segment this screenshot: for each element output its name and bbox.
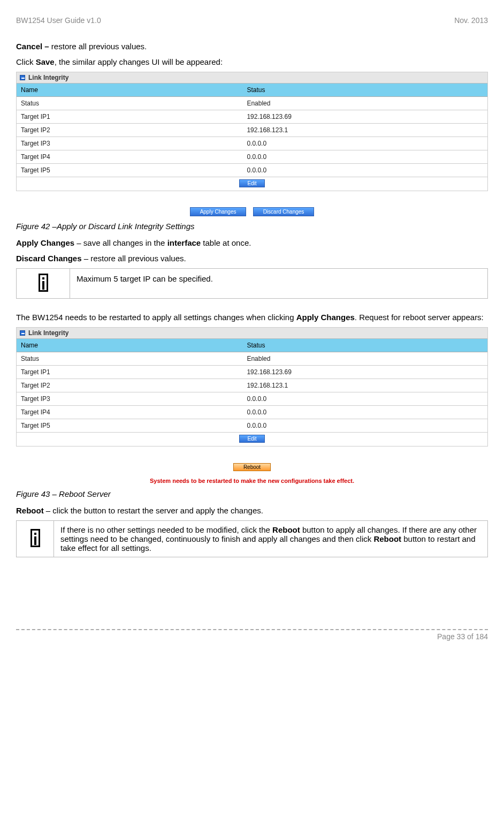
note2-b2: Reboot	[373, 534, 401, 543]
cell-value: 0.0.0.0	[242, 392, 487, 405]
reboot-bar: Reboot	[16, 461, 488, 471]
table-row: StatusEnabled	[17, 352, 487, 365]
cell-name: Target IP1	[17, 110, 242, 124]
collapse-icon[interactable]	[20, 330, 25, 336]
discard-changes-button[interactable]: Discard Changes	[253, 207, 315, 216]
restart-text: The BW1254 needs to be restarted to appl…	[16, 312, 488, 323]
cell-name: Target IP3	[17, 392, 242, 405]
apply-label: Apply Changes	[16, 238, 74, 247]
cell-name: Target IP2	[17, 379, 242, 392]
edit-button[interactable]: Edit	[239, 435, 264, 443]
figure-42-caption: Figure 42 –Apply or Discard Link Integri…	[16, 222, 488, 231]
panel-titlebar: Link Integrity	[17, 72, 487, 84]
table-row: Target IP40.0.0.0	[17, 405, 487, 419]
cell-value: 0.0.0.0	[242, 137, 487, 150]
cell-name: Target IP5	[17, 419, 242, 432]
table-row: StatusEnabled	[17, 97, 487, 110]
table-header-row: Name Status	[17, 339, 487, 352]
discard-label: Discard Changes	[16, 254, 82, 263]
note-box-2: If there is no other settings needed to …	[16, 520, 488, 557]
cell-name: Target IP4	[17, 405, 242, 419]
page-footer: Page 33 of 184	[16, 629, 488, 641]
apply-discard-bar: Apply Changes Discard Changes	[16, 206, 488, 216]
cell-value: 192.168.123.1	[242, 379, 487, 392]
discard-suffix: – restore all previous values.	[82, 254, 186, 263]
cell-value: Enabled	[242, 97, 487, 110]
cell-name: Target IP1	[17, 365, 242, 379]
col-status: Status	[242, 339, 487, 352]
info-icon	[39, 274, 48, 292]
apply-changes-button[interactable]: Apply Changes	[190, 207, 247, 216]
reboot-button[interactable]: Reboot	[233, 463, 271, 471]
interface-word: interface	[167, 238, 201, 247]
apply-changes-description: Apply Changes – save all changes in the …	[16, 237, 488, 248]
table-row: Target IP30.0.0.0	[17, 137, 487, 150]
page-number: Page 33 of 184	[437, 632, 488, 641]
cell-value: 192.168.123.1	[242, 124, 487, 137]
note2-b1: Reboot	[272, 525, 300, 534]
reboot-label: Reboot	[16, 506, 44, 515]
note2-p1: If there is no other settings needed to …	[60, 525, 272, 534]
cell-value: 192.168.123.69	[242, 110, 487, 124]
table-row: Target IP1192.168.123.69	[17, 110, 487, 124]
link-integrity-panel-1: Link Integrity Name Status StatusEnabled…	[16, 72, 488, 191]
link-integrity-panel-2: Link Integrity Name Status StatusEnabled…	[16, 327, 488, 446]
cell-value: 0.0.0.0	[242, 164, 487, 177]
page-header: BW1254 User Guide v1.0 Nov. 2013	[16, 16, 488, 25]
config-table: Name Status StatusEnabled Target IP1192.…	[17, 339, 487, 446]
click-prefix: Click	[16, 57, 36, 66]
note-box-1: Maximum 5 target IP can be specified.	[16, 268, 488, 299]
apply-suffix: table at once.	[201, 238, 251, 247]
edit-row: Edit	[17, 177, 487, 191]
note-text: Maximum 5 target IP can be specified.	[70, 268, 488, 298]
figure-43-caption: Figure 43 – Reboot Server	[16, 489, 488, 498]
cancel-label: Cancel –	[16, 42, 49, 51]
edit-button[interactable]: Edit	[239, 179, 264, 187]
cell-value: 0.0.0.0	[242, 405, 487, 419]
cell-name: Target IP3	[17, 137, 242, 150]
panel-titlebar: Link Integrity	[17, 328, 487, 339]
info-icon	[30, 529, 40, 547]
config-table: Name Status StatusEnabled Target IP1192.…	[17, 84, 487, 191]
table-row: Target IP50.0.0.0	[17, 419, 487, 432]
table-header-row: Name Status	[17, 84, 487, 97]
edit-row: Edit	[17, 432, 487, 446]
table-row: Target IP2192.168.123.1	[17, 124, 487, 137]
note-icon-cell	[17, 520, 54, 557]
cell-name: Status	[17, 97, 242, 110]
note-text: If there is no other settings needed to …	[54, 520, 488, 557]
reboot-suffix: – click the button to restart the server…	[44, 506, 263, 515]
restart-prefix: The BW1254 needs to be restarted to appl…	[16, 313, 296, 322]
click-save-text: Click Save, the similar apply changes UI…	[16, 56, 488, 67]
cell-name: Status	[17, 352, 242, 365]
cancel-description: Cancel – restore all previous values.	[16, 41, 488, 52]
cell-name: Target IP2	[17, 124, 242, 137]
table-row: Target IP1192.168.123.69	[17, 365, 487, 379]
discard-changes-description: Discard Changes – restore all previous v…	[16, 253, 488, 264]
header-right: Nov. 2013	[454, 16, 488, 25]
table-row: Target IP50.0.0.0	[17, 164, 487, 177]
panel-title: Link Integrity	[28, 74, 68, 81]
restart-suffix: . Request for reboot server appears:	[355, 313, 484, 322]
table-row: Target IP2192.168.123.1	[17, 379, 487, 392]
spacer	[16, 562, 488, 637]
col-name: Name	[17, 84, 242, 97]
save-word: Save	[36, 57, 55, 66]
panel-title: Link Integrity	[28, 329, 68, 337]
cell-value: Enabled	[242, 352, 487, 365]
apply-mid: – save all changes in the	[74, 238, 167, 247]
cell-name: Target IP5	[17, 164, 242, 177]
table-row: Target IP30.0.0.0	[17, 392, 487, 405]
click-suffix: , the similar apply changes UI will be a…	[55, 57, 223, 66]
table-row: Target IP40.0.0.0	[17, 150, 487, 164]
header-left: BW1254 User Guide v1.0	[16, 16, 101, 25]
col-name: Name	[17, 339, 242, 352]
restart-bold: Apply Changes	[296, 313, 355, 322]
cell-value: 0.0.0.0	[242, 419, 487, 432]
collapse-icon[interactable]	[20, 75, 25, 80]
cancel-text: restore all previous values.	[49, 42, 147, 51]
cell-value: 0.0.0.0	[242, 150, 487, 164]
reboot-description: Reboot – click the button to restart the…	[16, 505, 488, 516]
cell-name: Target IP4	[17, 150, 242, 164]
note-icon-cell	[17, 268, 70, 298]
